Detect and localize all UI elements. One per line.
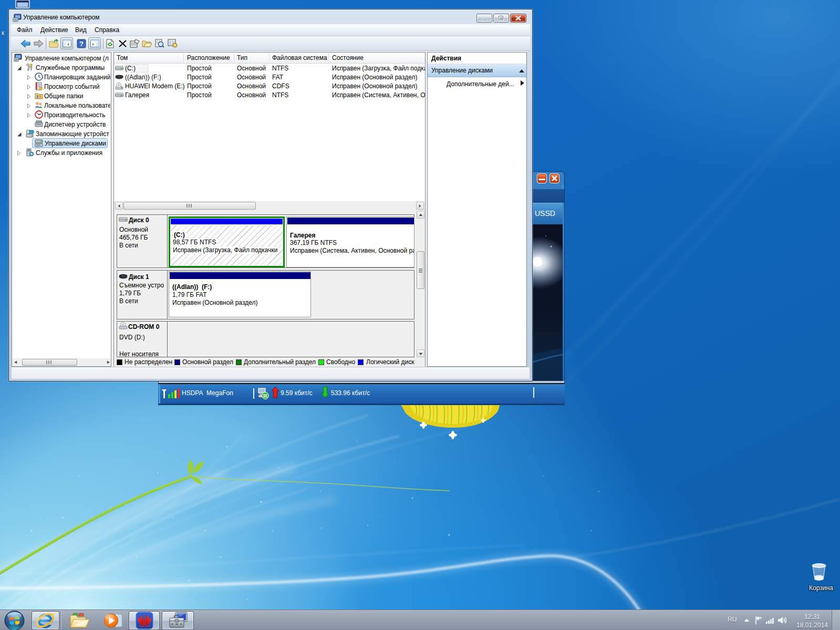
svg-text:?: ?	[79, 40, 84, 48]
